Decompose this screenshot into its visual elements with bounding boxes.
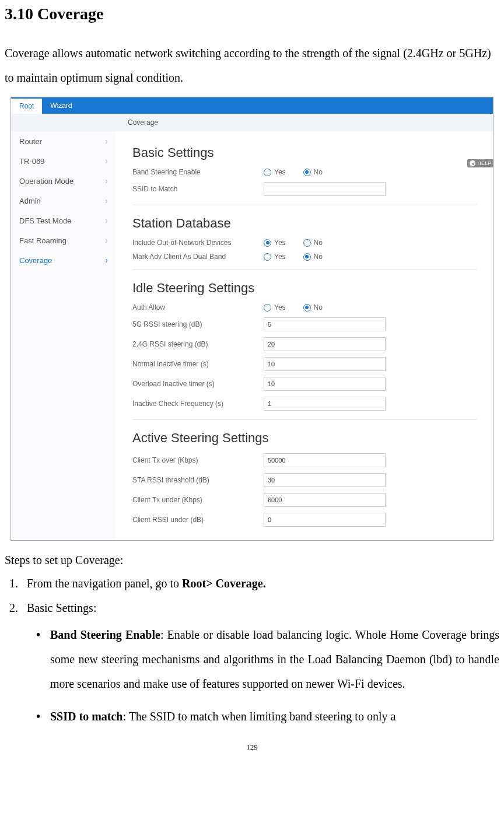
input-tx-under[interactable]: [264, 493, 386, 507]
row-include-oon: Include Out-of-Network Devices Yes No: [132, 236, 477, 250]
caret-left-icon: ◂: [470, 160, 475, 166]
sidebar-item-label: Coverage: [19, 256, 52, 265]
row-24g-rssi: 2.4G RSSI steering (dB): [132, 334, 477, 354]
radio-icon: [264, 253, 271, 261]
chevron-right-icon: ›: [105, 176, 108, 186]
label-sta-rssi: STA RSSI threshold (dB): [132, 476, 264, 484]
sidebar-item-label: DFS Test Mode: [19, 216, 71, 225]
intro-paragraph: Coverage allows automatic network switch…: [5, 41, 499, 90]
idle-steering-title: Idle Steering Settings: [132, 281, 477, 296]
radio-mark-adv-no[interactable]: No: [303, 253, 323, 261]
help-badge[interactable]: ◂HELP: [467, 159, 494, 167]
label-include-oon: Include Out-of-Network Devices: [132, 239, 264, 247]
label-tx-over: Client Tx over (Kbps): [132, 456, 264, 464]
sidebar-item-fast-roaming[interactable]: Fast Roaming›: [11, 230, 116, 250]
chevron-right-icon: ›: [105, 256, 108, 265]
input-tx-over[interactable]: [264, 453, 386, 467]
input-sta-rssi[interactable]: [264, 473, 386, 487]
main-panel: ◂HELP Basic Settings Band Steering Enabl…: [116, 131, 493, 540]
row-mark-adv: Mark Adv Client As Dual Band Yes No: [132, 250, 477, 264]
sidebar-item-admin[interactable]: Admin›: [11, 191, 116, 211]
row-tx-over: Client Tx over (Kbps): [132, 450, 477, 470]
sidebar-item-tr069[interactable]: TR-069›: [11, 151, 116, 171]
chevron-right-icon: ›: [105, 236, 108, 245]
separator: [132, 270, 477, 270]
steps-intro: Steps to set up Coverage:: [5, 551, 499, 569]
label-inactive-check: Inactive Check Frequency (s): [132, 400, 264, 408]
chevron-right-icon: ›: [105, 136, 108, 146]
row-sta-rssi: STA RSSI threshold (dB): [132, 470, 477, 490]
help-label: HELP: [477, 160, 491, 166]
radio-band-steering-no[interactable]: No: [303, 168, 323, 176]
row-band-steering: Band Steering Enable Yes No: [132, 165, 477, 179]
router-ui-screenshot: Root Wizard Coverage Router› TR-069› Ope…: [10, 97, 494, 541]
sidebar-item-router[interactable]: Router›: [11, 131, 116, 151]
input-ssid-match[interactable]: [264, 182, 386, 196]
station-database-title: Station Database: [132, 216, 477, 231]
tab-wizard[interactable]: Wizard: [42, 97, 80, 114]
radio-band-steering-yes[interactable]: Yes: [264, 168, 286, 176]
bullet-ssid-to-match: SSID to match: The SSID to match when li…: [34, 704, 499, 729]
breadcrumb: Coverage: [11, 114, 493, 131]
sidebar-item-coverage[interactable]: Coverage›: [11, 250, 116, 270]
row-inactive-check: Inactive Check Frequency (s): [132, 394, 477, 414]
step-1-path: Root> Coverage.: [182, 577, 266, 590]
chevron-right-icon: ›: [105, 216, 108, 225]
row-auth-allow: Auth Allow Yes No: [132, 300, 477, 314]
radio-include-oon-yes[interactable]: Yes: [264, 239, 286, 247]
radio-auth-allow-no[interactable]: No: [303, 303, 323, 312]
sidebar-item-label: Fast Roaming: [19, 236, 66, 245]
separator: [132, 205, 477, 205]
section-heading: 3.10 Coverage: [5, 5, 499, 23]
step-2: Basic Settings: Band Steering Enable: En…: [21, 599, 499, 729]
label-tx-under: Client Tx under (Kbps): [132, 496, 264, 504]
basic-settings-title: Basic Settings: [132, 145, 477, 160]
chevron-right-icon: ›: [105, 156, 108, 166]
row-5g-rssi: 5G RSSI steering (dB): [132, 314, 477, 334]
input-client-rssi-under[interactable]: [264, 513, 386, 527]
page-number: 129: [5, 743, 499, 752]
input-5g-rssi[interactable]: [264, 317, 386, 331]
label-band-steering: Band Steering Enable: [132, 168, 264, 176]
input-24g-rssi[interactable]: [264, 337, 386, 351]
input-normal-inactive[interactable]: [264, 357, 386, 371]
label-overload-inactive: Overload Inactive timer (s): [132, 380, 264, 388]
radio-icon: [303, 169, 311, 176]
basic-settings-bullets: Band Steering Enable: Enable or disable …: [27, 622, 499, 729]
chevron-right-icon: ›: [105, 196, 108, 205]
row-tx-under: Client Tx under (Kbps): [132, 490, 477, 510]
radio-icon: [264, 304, 271, 312]
label-ssid-match: SSID to Match: [132, 185, 264, 193]
label-client-rssi-under: Client RSSI under (dB): [132, 516, 264, 524]
row-overload-inactive: Overload Inactive timer (s): [132, 374, 477, 394]
sidebar: Router› TR-069› Operation Mode› Admin› D…: [11, 131, 116, 540]
label-5g-rssi: 5G RSSI steering (dB): [132, 320, 264, 328]
radio-icon: [264, 169, 271, 176]
radio-icon: [303, 253, 311, 261]
radio-mark-adv-yes[interactable]: Yes: [264, 253, 286, 261]
label-mark-adv: Mark Adv Client As Dual Band: [132, 253, 264, 261]
radio-auth-allow-yes[interactable]: Yes: [264, 303, 286, 312]
label-normal-inactive: Normal Inactive timer (s): [132, 360, 264, 368]
sidebar-item-label: Admin: [19, 197, 41, 205]
input-inactive-check[interactable]: [264, 397, 386, 411]
radio-include-oon-no[interactable]: No: [303, 239, 323, 247]
label-24g-rssi: 2.4G RSSI steering (dB): [132, 340, 264, 348]
radio-icon: [303, 304, 311, 312]
row-normal-inactive: Normal Inactive timer (s): [132, 354, 477, 374]
step-1: From the navigation panel, go to Root> C…: [21, 575, 499, 592]
sidebar-item-label: Operation Mode: [19, 177, 74, 186]
bullet-band-steering: Band Steering Enable: Enable or disable …: [34, 622, 499, 696]
separator: [132, 419, 477, 420]
tab-root[interactable]: Root: [11, 97, 42, 114]
row-client-rssi-under: Client RSSI under (dB): [132, 510, 477, 530]
row-ssid-match: SSID to Match: [132, 179, 477, 199]
sidebar-item-label: Router: [19, 137, 42, 146]
tabs-bar: Root Wizard: [11, 97, 493, 114]
sidebar-item-dfs[interactable]: DFS Test Mode›: [11, 211, 116, 230]
sidebar-item-operation-mode[interactable]: Operation Mode›: [11, 171, 116, 191]
steps-section: Steps to set up Coverage: From the navig…: [5, 551, 499, 729]
radio-icon: [264, 239, 271, 247]
input-overload-inactive[interactable]: [264, 377, 386, 391]
label-auth-allow: Auth Allow: [132, 303, 264, 312]
